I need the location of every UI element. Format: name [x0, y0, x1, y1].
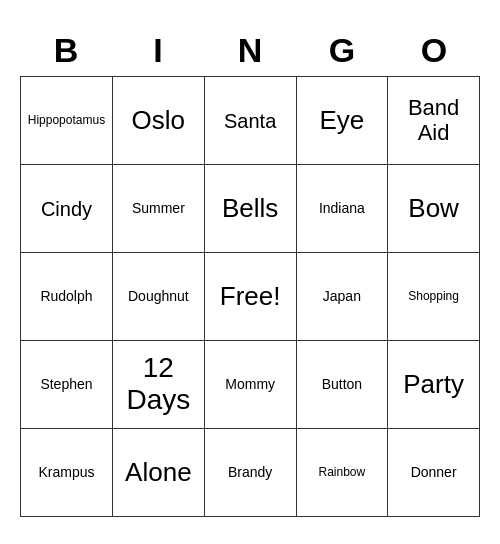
- bingo-grid: HippopotamusOsloSantaEyeBandAidCindySumm…: [20, 76, 480, 517]
- bingo-cell: Bells: [204, 165, 296, 253]
- bingo-cell: Eye: [296, 77, 388, 165]
- bingo-cell: Shopping: [388, 253, 480, 341]
- bingo-cell: Rainbow: [296, 429, 388, 517]
- bingo-cell: Japan: [296, 253, 388, 341]
- bingo-cell: Party: [388, 341, 480, 429]
- bingo-cell: Summer: [112, 165, 204, 253]
- bingo-cell: Oslo: [112, 77, 204, 165]
- table-row: KrampusAloneBrandyRainbowDonner: [21, 429, 480, 517]
- bingo-cell: Alone: [112, 429, 204, 517]
- header-letter: N: [204, 27, 296, 76]
- bingo-cell: Rudolph: [21, 253, 113, 341]
- bingo-cell: 12Days: [112, 341, 204, 429]
- bingo-cell: Indiana: [296, 165, 388, 253]
- bingo-cell: Mommy: [204, 341, 296, 429]
- bingo-cell: Krampus: [21, 429, 113, 517]
- bingo-cell: Free!: [204, 253, 296, 341]
- bingo-cell: Doughnut: [112, 253, 204, 341]
- bingo-cell: Stephen: [21, 341, 113, 429]
- bingo-cell: BandAid: [388, 77, 480, 165]
- header-letter: O: [388, 27, 480, 76]
- header-letter: G: [296, 27, 388, 76]
- bingo-cell: Cindy: [21, 165, 113, 253]
- header-letter: I: [112, 27, 204, 76]
- bingo-cell: Bow: [388, 165, 480, 253]
- table-row: CindySummerBellsIndianaBow: [21, 165, 480, 253]
- table-row: Stephen12DaysMommyButtonParty: [21, 341, 480, 429]
- bingo-cell: Santa: [204, 77, 296, 165]
- table-row: HippopotamusOsloSantaEyeBandAid: [21, 77, 480, 165]
- bingo-card: BINGO HippopotamusOsloSantaEyeBandAidCin…: [20, 27, 480, 517]
- bingo-cell: Button: [296, 341, 388, 429]
- table-row: RudolphDoughnutFree!JapanShopping: [21, 253, 480, 341]
- bingo-header: BINGO: [20, 27, 480, 76]
- bingo-cell: Donner: [388, 429, 480, 517]
- bingo-cell: Brandy: [204, 429, 296, 517]
- bingo-cell: Hippopotamus: [21, 77, 113, 165]
- header-letter: B: [20, 27, 112, 76]
